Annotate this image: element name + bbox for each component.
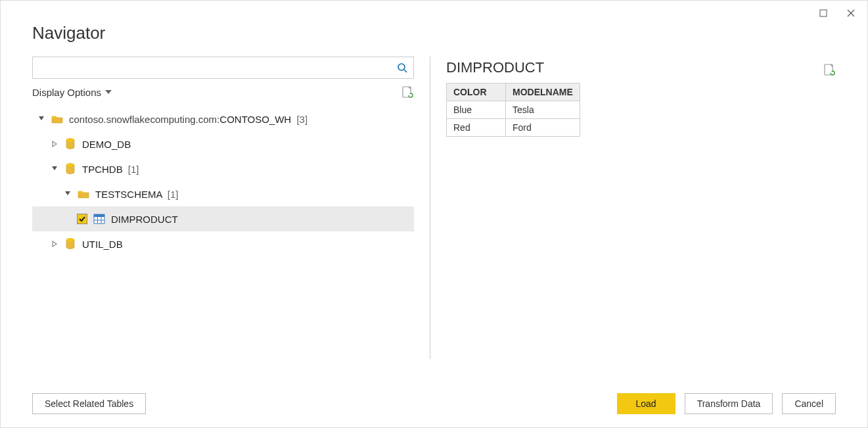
tree-item-demo-db[interactable]: DEMO_DB: [32, 131, 414, 156]
svg-marker-13: [52, 166, 57, 170]
database-icon: [64, 237, 77, 250]
table-cell: Red: [447, 119, 506, 137]
checkbox-checked-icon[interactable]: [77, 214, 87, 224]
tree-item-label: DEMO_DB: [82, 139, 131, 150]
expand-icon[interactable]: [49, 239, 60, 249]
table-row: Red Ford: [447, 119, 580, 137]
left-pane: Display Options: [32, 57, 430, 359]
tree-item-tpchdb[interactable]: TPCHDB [1]: [32, 156, 414, 181]
svg-marker-22: [53, 241, 57, 247]
svg-point-15: [66, 164, 74, 167]
column-header[interactable]: COLOR: [447, 83, 506, 101]
window-controls: [807, 1, 867, 26]
database-icon: [64, 137, 77, 151]
dialog-header: Navigator: [1, 1, 867, 50]
refresh-list-icon[interactable]: [402, 85, 414, 99]
table-row: Blue Tesla: [447, 101, 580, 119]
tree-item-testschema[interactable]: TESTSCHEMA [1]: [32, 181, 414, 206]
svg-rect-0: [820, 10, 827, 16]
svg-marker-10: [53, 141, 57, 147]
display-options-label: Display Options: [32, 87, 101, 98]
search-icon[interactable]: [391, 62, 413, 73]
tree-item-dimproduct[interactable]: DIMPRODUCT: [32, 206, 414, 231]
svg-rect-18: [94, 214, 104, 217]
page-title: Navigator: [32, 23, 836, 43]
options-row: Display Options: [32, 79, 414, 104]
expand-icon[interactable]: [49, 139, 60, 149]
tree-root[interactable]: contoso.snowflakecomputing.com:CONTOSO_W…: [32, 107, 414, 131]
tree-item-label: UTIL_DB: [82, 239, 123, 250]
table-cell: Blue: [447, 101, 506, 119]
collapse-icon[interactable]: [62, 189, 73, 199]
cancel-button[interactable]: Cancel: [782, 393, 836, 414]
display-options-dropdown[interactable]: Display Options: [32, 87, 112, 98]
svg-point-3: [398, 64, 405, 70]
tree-item-label: TPCHDB [1]: [82, 164, 139, 175]
search-input[interactable]: [33, 59, 391, 77]
tree-root-label: contoso.snowflakecomputing.com:CONTOSO_W…: [69, 114, 308, 125]
transform-data-button[interactable]: Transform Data: [685, 393, 773, 414]
tree-item-util-db[interactable]: UTIL_DB: [32, 231, 414, 256]
tree-item-label: DIMPRODUCT: [111, 214, 178, 225]
svg-point-24: [66, 239, 74, 242]
preview-table: COLOR MODELNAME Blue Tesla Red Ford: [446, 83, 580, 137]
tree-item-label: TESTSCHEMA [1]: [95, 189, 179, 200]
select-related-tables-button[interactable]: Select Related Tables: [32, 393, 146, 414]
preview-pane: DIMPRODUCT COLOR MODELNAME: [430, 57, 836, 359]
dialog-footer: Select Related Tables Load Transform Dat…: [1, 383, 867, 427]
folder-icon: [77, 187, 90, 201]
navigator-dialog: Navigator Display Options: [0, 0, 868, 428]
database-icon: [64, 162, 77, 176]
maximize-icon[interactable]: [819, 9, 828, 18]
load-button[interactable]: Load: [617, 393, 675, 414]
svg-marker-16: [65, 191, 70, 195]
table-icon: [93, 212, 106, 226]
collapse-icon[interactable]: [49, 164, 60, 174]
navigator-tree: contoso.snowflakecomputing.com:CONTOSO_W…: [32, 104, 414, 256]
collapse-icon[interactable]: [36, 114, 47, 124]
chevron-down-icon: [105, 89, 112, 95]
svg-line-4: [404, 70, 407, 72]
svg-point-12: [66, 139, 74, 142]
column-header[interactable]: MODELNAME: [506, 83, 580, 101]
refresh-preview-icon[interactable]: [824, 63, 836, 76]
search-box[interactable]: [32, 57, 414, 79]
svg-marker-5: [105, 90, 112, 94]
svg-marker-9: [39, 116, 44, 120]
preview-title: DIMPRODUCT: [446, 59, 544, 76]
table-cell: Ford: [506, 119, 580, 137]
close-icon[interactable]: [846, 9, 856, 18]
table-cell: Tesla: [506, 101, 580, 119]
folder-icon: [51, 112, 64, 126]
